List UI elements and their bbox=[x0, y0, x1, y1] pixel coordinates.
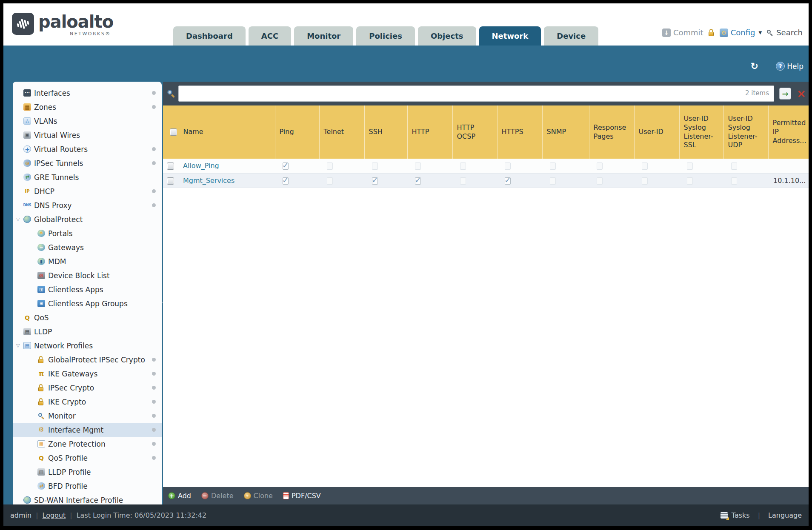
profile-name-link[interactable]: Allow_Ping bbox=[183, 162, 219, 170]
tab-acc[interactable]: ACC bbox=[249, 26, 291, 46]
tab-objects[interactable]: Objects bbox=[418, 26, 476, 46]
sidebar-item-network-profiles[interactable]: ▽▤Network Profiles bbox=[13, 339, 162, 353]
sidebar-item-device-block-list[interactable]: ⊘Device Block List bbox=[13, 268, 162, 282]
uid_syslog_udp-checkbox[interactable] bbox=[731, 162, 737, 170]
uid_syslog_udp-checkbox[interactable] bbox=[731, 177, 737, 185]
ssh-checkbox[interactable] bbox=[372, 177, 378, 185]
snmp-checkbox[interactable] bbox=[550, 162, 556, 170]
col-header-http[interactable]: HTTP bbox=[407, 105, 452, 159]
filter-search-icon bbox=[166, 89, 176, 99]
sidebar-item-lldp[interactable]: ▤LLDP bbox=[13, 325, 162, 339]
col-header-telnet[interactable]: Telnet bbox=[319, 105, 364, 159]
col-header-snmp[interactable]: SNMP bbox=[542, 105, 589, 159]
tab-device[interactable]: Device bbox=[544, 26, 598, 46]
add-button[interactable]: +Add bbox=[168, 492, 191, 500]
tab-monitor[interactable]: Monitor bbox=[294, 26, 353, 46]
sidebar-item-mdm[interactable]: ▮MDM bbox=[13, 254, 162, 268]
col-header-uid_syslog_ssl[interactable]: User-ID Syslog Listener-SSL bbox=[679, 105, 723, 159]
sidebar-item-ike-crypto[interactable]: IKE Crypto bbox=[13, 395, 162, 409]
profile-name-link[interactable]: Mgmt_Services bbox=[183, 177, 234, 185]
row-select-checkbox[interactable] bbox=[167, 177, 174, 185]
config-menu[interactable]: ⚙ Config ▼ bbox=[720, 28, 762, 37]
filter-input[interactable] bbox=[178, 85, 774, 102]
sidebar-item-qos-profile[interactable]: QQoS Profile bbox=[13, 451, 162, 465]
help-button[interactable]: ? Help bbox=[776, 62, 803, 71]
expand-arrow-icon[interactable]: ▽ bbox=[16, 343, 23, 348]
sidebar-item-interfaces[interactable]: •••Interfaces bbox=[13, 86, 162, 100]
status-bar: admin | Logout | Last Login Time: 06/05/… bbox=[3, 504, 809, 526]
tab-network[interactable]: Network bbox=[479, 26, 541, 46]
snmp-checkbox[interactable] bbox=[550, 177, 556, 185]
sidebar-item-bfd-profile[interactable]: ⇄BFD Profile bbox=[13, 479, 162, 493]
logout-link[interactable]: Logout bbox=[43, 511, 66, 519]
http_ocsp-checkbox[interactable] bbox=[460, 177, 466, 185]
sidebar-item-sd-wan-interface-profile[interactable]: SD-WAN Interface Profile bbox=[13, 493, 162, 504]
sidebar-item-virtual-routers[interactable]: +Virtual Routers bbox=[13, 142, 162, 156]
col-header-permitted_ip[interactable]: Permitted IP Address... bbox=[768, 105, 809, 159]
tab-policies[interactable]: Policies bbox=[356, 26, 415, 46]
sidebar-item-dhcp[interactable]: IPDHCP bbox=[13, 184, 162, 198]
language-link[interactable]: Language bbox=[768, 511, 802, 519]
select-all-checkbox[interactable] bbox=[170, 128, 177, 136]
sidebar-item-globalprotect[interactable]: ▽GlobalProtect bbox=[13, 212, 162, 226]
http-checkbox[interactable] bbox=[415, 177, 421, 185]
clone-button[interactable]: •Clone bbox=[244, 492, 273, 500]
row-select-checkbox[interactable] bbox=[167, 162, 174, 170]
col-header-https[interactable]: HTTPS bbox=[497, 105, 542, 159]
http_ocsp-checkbox[interactable] bbox=[460, 162, 466, 170]
col-header-uid_syslog_udp[interactable]: User-ID Syslog Listener-UDP bbox=[723, 105, 768, 159]
col-header-name[interactable]: Name bbox=[179, 105, 275, 159]
clear-filter-button[interactable]: × bbox=[795, 87, 807, 100]
uid_syslog_ssl-checkbox[interactable] bbox=[687, 162, 693, 170]
sidebar-item-portals[interactable]: *Portals bbox=[13, 226, 162, 240]
https-checkbox[interactable] bbox=[505, 162, 511, 170]
search-button[interactable]: Search bbox=[766, 28, 803, 37]
delete-button[interactable]: −Delete bbox=[201, 492, 234, 500]
sidebar-item-clientless-app-groups[interactable]: ⊞Clientless App Groups bbox=[13, 296, 162, 311]
lock-icon[interactable] bbox=[708, 29, 715, 36]
uid_syslog_ssl-checkbox[interactable] bbox=[687, 177, 693, 185]
expand-arrow-icon[interactable]: ▽ bbox=[16, 217, 23, 222]
sidebar-item-ipsec-tunnels[interactable]: ⊙IPSec Tunnels bbox=[13, 156, 162, 170]
sidebar-item-vlans[interactable]: ∴VLANs bbox=[13, 114, 162, 128]
sidebar-item-interface-mgmt[interactable]: ⚙Interface Mgmt bbox=[13, 423, 162, 437]
sidebar-item-virtual-wires[interactable]: ▣Virtual Wires bbox=[13, 128, 162, 142]
sidebar-item-qos[interactable]: QQoS bbox=[13, 311, 162, 325]
tasks-link[interactable]: Tasks bbox=[732, 511, 750, 519]
telnet-checkbox[interactable] bbox=[327, 177, 333, 185]
ping-checkbox[interactable] bbox=[283, 177, 289, 185]
telnet-checkbox[interactable] bbox=[327, 162, 333, 170]
content-area: •••Interfaces▦Zones∴VLANs▣Virtual Wires+… bbox=[3, 82, 809, 504]
ssh-checkbox[interactable] bbox=[372, 162, 378, 170]
col-header-ssh[interactable]: SSH bbox=[364, 105, 407, 159]
sidebar-item-gateways[interactable]: ▬Gateways bbox=[13, 240, 162, 254]
sidebar-item-clientless-apps[interactable]: ⊞Clientless Apps bbox=[13, 282, 162, 296]
sidebar-item-zones[interactable]: ▦Zones bbox=[13, 100, 162, 114]
col-header-http_ocsp[interactable]: HTTP OCSP bbox=[452, 105, 497, 159]
sidebar-item-ike-gateways[interactable]: πIKE Gateways bbox=[13, 367, 162, 381]
sidebar-item-dns-proxy[interactable]: DNSDNS Proxy bbox=[13, 198, 162, 212]
search-label: Search bbox=[776, 28, 803, 37]
commit-button[interactable]: ↓ Commit bbox=[662, 28, 703, 37]
col-header-response_pages[interactable]: Response Pages bbox=[589, 105, 634, 159]
sidebar-item-monitor[interactable]: Monitor bbox=[13, 409, 162, 423]
sidebar-item-gre-tunnels[interactable]: ⇄GRE Tunnels bbox=[13, 170, 162, 184]
user_id-checkbox[interactable] bbox=[642, 177, 648, 185]
sidebar-item-lldp-profile[interactable]: ▤LLDP Profile bbox=[13, 465, 162, 479]
pdf-csv-button[interactable]: PDF/CSV bbox=[283, 492, 321, 500]
apply-filter-button[interactable]: → bbox=[779, 88, 791, 100]
col-header-ping[interactable]: Ping bbox=[275, 105, 319, 159]
refresh-icon[interactable]: ↻ bbox=[751, 61, 758, 71]
sidebar-item-globalprotect-ipsec-crypto[interactable]: GlobalProtect IPSec Crypto bbox=[13, 353, 162, 367]
https-checkbox[interactable] bbox=[505, 177, 511, 185]
user_id-checkbox[interactable] bbox=[642, 162, 648, 170]
http-checkbox[interactable] bbox=[415, 162, 421, 170]
ping-checkbox[interactable] bbox=[283, 162, 289, 170]
response_pages-checkbox[interactable] bbox=[597, 162, 603, 170]
tab-dashboard[interactable]: Dashboard bbox=[173, 26, 246, 46]
sidebar-item-zone-protection[interactable]: ▦Zone Protection bbox=[13, 437, 162, 451]
sidebar-item-ipsec-crypto[interactable]: IPSec Crypto bbox=[13, 381, 162, 395]
response_pages-checkbox[interactable] bbox=[597, 177, 603, 185]
monitor-icon bbox=[37, 412, 45, 420]
col-header-user_id[interactable]: User-ID bbox=[634, 105, 679, 159]
